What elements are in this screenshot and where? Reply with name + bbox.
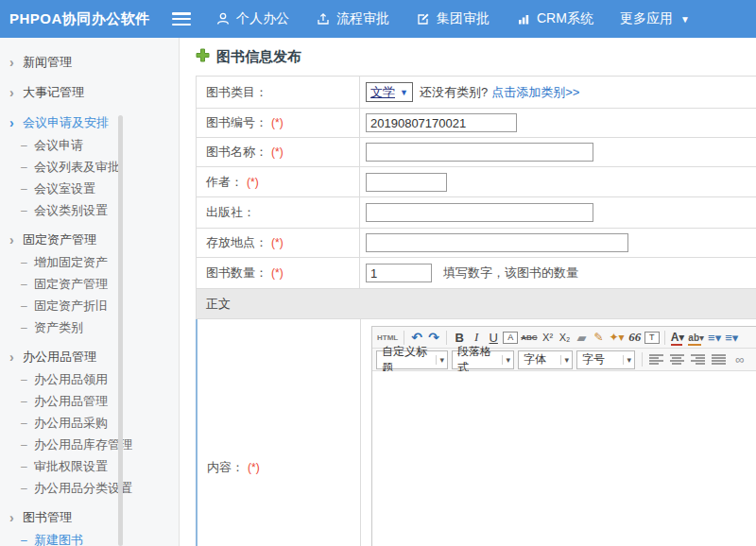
sidebar-scrollbar[interactable] [118,115,123,546]
bold-button[interactable]: B [452,329,467,346]
align-left-button[interactable] [649,354,664,365]
paste-text-button[interactable]: T [644,332,660,344]
form-row-author: 作者：(*) [197,167,756,197]
add-plus-icon [196,48,210,66]
nav-personal-office[interactable]: 个人办公 [215,10,289,27]
sidebar: 新闻管理 大事记管理 会议申请及安排 会议申请 会议列表及审批 会议室设置 会议… [0,38,180,546]
auto-typeset-button[interactable]: ✦▾ [609,329,626,346]
italic-button[interactable]: I [469,329,484,346]
html-source-button[interactable]: HTML [376,329,399,346]
sidebar-item[interactable]: 固定资产折旧 [0,295,179,316]
custom-title-select[interactable]: 自定义标题 ▾ [376,350,448,369]
menu-toggle-icon[interactable] [172,12,191,26]
form-row-book-number: 图书编号：(*) [197,109,756,138]
required-marker: (*) [271,236,284,249]
sidebar-item[interactable]: 会议类别设置 [0,199,179,221]
required-marker: (*) [271,116,284,129]
main-content: 图书信息发布 图书类目： 文学 ▼ 还没有类别? 点击添加类别>> 图书编号：(… [180,38,756,546]
align-center-button[interactable] [670,354,685,365]
user-icon [215,11,231,26]
item-marker-icon [21,373,34,386]
editor-toolbar-row1: HTML↶↷BIUAABCX²X₂▰✎✦▾66TA▾ab▾≡▾≡▾ [372,327,756,349]
sidebar-item[interactable]: 办公用品管理 [0,346,179,368]
nav-group-approval[interactable]: 集团审批 [416,10,490,27]
quantity-input[interactable] [366,264,432,282]
select-caret-icon: ▾ [560,355,569,365]
form-row-quantity: 图书数量：(*) 填写数字，该图书的数量 [197,258,756,289]
sidebar-item[interactable]: 增加固定资产 [0,251,179,273]
undo-button[interactable]: ↶ [409,329,424,346]
item-marker-icon [9,232,23,247]
sidebar-item[interactable]: 大事记管理 [0,81,179,104]
underline-button[interactable]: U [486,329,501,346]
required-marker: (*) [247,176,259,189]
item-marker-icon [21,417,34,430]
item-marker-icon [9,85,23,100]
edit-square-icon [416,11,431,26]
format-brush-button[interactable]: ✎ [592,329,607,346]
superscript-button[interactable]: X² [541,329,556,346]
sidebar-item[interactable]: 固定资产管理 [0,273,179,295]
author-input[interactable] [366,173,447,192]
paragraph-format-select[interactable]: 段落格式 ▾ [452,350,514,369]
form-row-category: 图书类目： 文学 ▼ 还没有类别? 点击添加类别>> [197,77,756,109]
sidebar-item[interactable]: 办公用品采购 [0,412,179,434]
add-category-link[interactable]: 点击添加类别>> [491,84,579,101]
strikethrough-button[interactable]: ABC [520,329,538,346]
sidebar-item[interactable]: 固定资产管理 [0,229,179,251]
sidebar-item[interactable]: 新闻管理 [0,51,179,74]
book-name-input[interactable] [366,143,593,162]
sidebar-item[interactable]: 办公用品领用 [0,368,179,390]
category-select[interactable]: 文学 ▼ [366,82,413,102]
nav-crm-system[interactable]: CRM系统 [516,10,593,27]
editor-toolbar-row2: 自定义标题 ▾ 段落格式 ▾ 字体 ▾ 字号 [372,349,756,371]
sidebar-item[interactable]: 办公用品分类设置 [0,477,179,499]
editor-content-area[interactable] [372,371,756,546]
no-category-text: 还没有类别? [420,84,488,101]
sidebar-item[interactable]: 会议申请 [0,134,179,156]
font-border-button[interactable]: A [503,332,518,344]
publisher-input[interactable] [366,203,593,222]
book-form: 图书类目： 文学 ▼ 还没有类别? 点击添加类别>> 图书编号：(*) 图书名称… [196,76,756,546]
font-size-select[interactable]: 字号 ▾ [576,350,635,369]
toolbar-separator [642,352,643,367]
body-section-header: 正文 [197,289,756,319]
highlight-color-button[interactable]: ab▾ [687,329,705,346]
item-marker-icon [9,350,23,365]
blockquote-button[interactable]: 66 [627,329,643,346]
ordered-list-button[interactable]: ≡▾ [707,329,722,346]
sidebar-item[interactable]: 审批权限设置 [0,455,179,477]
subscript-button[interactable]: X₂ [558,329,573,346]
font-color-button[interactable]: A▾ [670,329,686,346]
sidebar-item[interactable]: 会议室设置 [0,178,179,199]
sidebar-item[interactable]: 会议申请及安排 [0,111,179,134]
eraser-button[interactable]: ▰ [575,329,590,346]
location-input[interactable] [366,233,628,252]
nav-process-approval[interactable]: 流程审批 [316,10,389,27]
redo-button[interactable]: ↷ [426,329,441,346]
form-row-book-name: 图书名称：(*) [197,138,756,167]
link-button[interactable]: ∞ [732,351,747,368]
required-marker: (*) [271,145,284,159]
select-caret-icon: ▾ [502,355,510,365]
item-marker-icon [21,278,34,291]
item-marker-icon [9,510,23,525]
justify-button[interactable] [712,354,727,365]
rich-text-editor: HTML↶↷BIUAABCX²X₂▰✎✦▾66TA▾ab▾≡▾≡▾ 自定义标题 … [371,326,756,546]
unordered-list-button[interactable]: ≡▾ [724,329,739,346]
toolbar-separator [404,331,404,345]
item-marker-icon [21,161,34,174]
font-family-select[interactable]: 字体 ▾ [518,350,573,369]
sidebar-menu: 新闻管理 大事记管理 会议申请及安排 会议申请 会议列表及审批 会议室设置 会议… [0,38,179,546]
sidebar-item[interactable]: 新建图书 [0,529,179,546]
item-marker-icon [21,299,34,313]
sidebar-item[interactable]: 资产类别 [0,316,179,338]
sidebar-item[interactable]: 办公用品库存管理 [0,434,179,455]
sidebar-item[interactable]: 办公用品管理 [0,390,179,412]
book-number-input[interactable] [366,113,517,132]
nav-more-apps[interactable]: 更多应用 ▼ [620,10,690,27]
sidebar-item[interactable]: 会议列表及审批 [0,156,179,178]
align-right-button[interactable] [691,354,706,365]
page-title: 图书信息发布 [196,48,301,66]
sidebar-item[interactable]: 图书管理 [0,506,179,529]
